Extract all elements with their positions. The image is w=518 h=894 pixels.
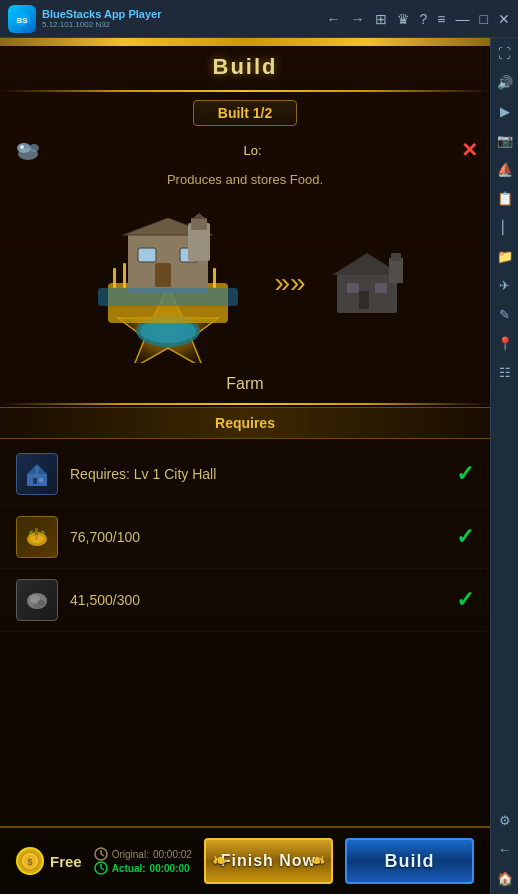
settings-icon[interactable]: ⚙ <box>499 813 511 828</box>
requires-banner: Requires <box>0 407 490 439</box>
layers-icon[interactable]: 📋 <box>497 191 513 206</box>
finish-now-button[interactable]: Finish Now <box>204 838 333 884</box>
req-stone-check: ✓ <box>456 587 474 613</box>
svg-rect-32 <box>347 283 359 293</box>
close-window-icon[interactable]: ✕ <box>498 11 510 27</box>
req-city-hall-check: ✓ <box>456 461 474 487</box>
bluestacks-topbar: BS BlueStacks App Player 5.12.101.1002 N… <box>0 0 518 38</box>
time-section: Original: 00:00:02 Actual: 00:00:00 <box>94 847 192 875</box>
home-icon[interactable]: 🏠 <box>497 871 513 886</box>
gold-divider-mid <box>0 403 490 405</box>
svg-point-4 <box>29 144 39 152</box>
svg-rect-41 <box>35 466 39 476</box>
svg-rect-33 <box>375 283 387 293</box>
svg-line-56 <box>101 854 104 856</box>
svg-rect-28 <box>191 218 207 230</box>
main-building <box>78 203 258 363</box>
page-title: Build <box>213 54 278 80</box>
svg-rect-35 <box>389 258 403 283</box>
coin-icon: $ <box>16 847 44 875</box>
back-sidebar-icon[interactable]: ← <box>498 842 511 857</box>
building-area: »» <box>0 195 490 371</box>
svg-rect-23 <box>138 248 156 262</box>
nav-label: Lo: <box>243 143 261 158</box>
expand-icon[interactable]: ⛶ <box>498 46 511 61</box>
top-decoration <box>0 38 490 46</box>
next-building <box>322 243 412 323</box>
windows-icon[interactable]: ⊞ <box>375 11 387 27</box>
menu-icon[interactable]: ≡ <box>437 11 445 27</box>
close-button[interactable]: ✕ <box>461 138 478 162</box>
free-label: Free <box>50 853 82 870</box>
bs-title-block: BlueStacks App Player 5.12.101.1002 N32 <box>42 8 321 29</box>
stack-icon[interactable]: ☷ <box>499 365 511 380</box>
video-icon[interactable]: ▶ <box>500 104 510 119</box>
svg-rect-50 <box>33 604 41 608</box>
svg-line-59 <box>101 868 104 870</box>
game-header: Build <box>0 46 490 88</box>
built-counter-wrapper: Built 1/2 <box>0 94 490 130</box>
requirement-item: 41,500/300 ✓ <box>0 569 490 632</box>
free-section: $ Free <box>16 847 82 875</box>
req-food-label: 76,700/100 <box>70 529 444 545</box>
svg-point-46 <box>30 535 44 543</box>
svg-rect-26 <box>98 288 238 306</box>
svg-rect-11 <box>123 263 126 288</box>
maximize-icon[interactable]: □ <box>480 11 488 27</box>
forward-icon[interactable]: → <box>351 11 365 27</box>
time-actual-label: Actual: <box>112 863 146 874</box>
req-stone-label: 41,500/300 <box>70 592 444 608</box>
building-description: Produces and stores Food. <box>0 170 490 195</box>
back-icon[interactable]: ← <box>327 11 341 27</box>
next-arrow-icon: »» <box>274 267 305 299</box>
farm-building-image <box>98 213 238 343</box>
timer-icon <box>94 847 108 861</box>
volume-icon[interactable]: 🔊 <box>497 75 513 90</box>
svg-text:$: $ <box>27 857 32 867</box>
svg-rect-20 <box>213 268 216 288</box>
svg-rect-34 <box>359 291 369 309</box>
requirement-item: Requires: Lv 1 City Hall ✓ <box>0 443 490 506</box>
folder-icon[interactable]: 📁 <box>497 249 513 264</box>
bs-logo: BS <box>8 5 36 33</box>
camera-icon[interactable]: 📷 <box>497 133 513 148</box>
gold-divider-top <box>0 90 490 92</box>
city-hall-icon <box>16 453 58 495</box>
help-icon[interactable]: ? <box>420 11 428 27</box>
bottom-bar: $ Free Original: 00:00:02 <box>0 826 490 894</box>
food-icon <box>16 516 58 558</box>
right-sidebar: ⛶ 🔊 ▶ 📷 ⛵ 📋 ⎢ 📁 ✈ ✎ 📍 ☷ ⚙ ← 🏠 <box>490 38 518 894</box>
speedup-icon <box>94 861 108 875</box>
requires-label: Requires <box>215 415 275 431</box>
ship-icon[interactable]: ⛵ <box>497 162 513 177</box>
screenshot-icon[interactable]: ⎢ <box>501 220 508 235</box>
bs-version: 5.12.101.1002 N32 <box>42 20 321 29</box>
svg-point-5 <box>20 145 24 149</box>
building-name: Farm <box>0 371 490 401</box>
bs-app-title: BlueStacks App Player <box>42 8 321 20</box>
nav-row: Lo: ✕ <box>0 130 490 170</box>
svg-rect-10 <box>113 268 116 288</box>
req-city-hall-label: Requires: Lv 1 City Hall <box>70 466 444 482</box>
svg-text:BS: BS <box>16 16 28 25</box>
time-original-label: Original: <box>112 849 149 860</box>
svg-rect-39 <box>33 478 37 484</box>
svg-rect-36 <box>391 253 401 261</box>
bs-nav-icons: ← → ⊞ ♛ ? ≡ — □ ✕ <box>327 11 510 27</box>
airplane-icon[interactable]: ✈ <box>499 278 510 293</box>
pen-icon[interactable]: ✎ <box>499 307 510 322</box>
stone-icon <box>16 579 58 621</box>
requirement-item: 76,700/100 ✓ <box>0 506 490 569</box>
svg-rect-25 <box>155 263 171 287</box>
build-button[interactable]: Build <box>345 838 474 884</box>
svg-rect-40 <box>39 478 43 482</box>
requirements-list: Requires: Lv 1 City Hall ✓ 76,700/100 ✓ <box>0 439 490 636</box>
location-icon[interactable]: 📍 <box>497 336 513 351</box>
svg-marker-29 <box>192 213 206 219</box>
game-window: Build Built 1/2 Lo: ✕ Produces and store… <box>0 38 490 894</box>
svg-point-3 <box>17 143 31 153</box>
time-actual-value: 00:00:00 <box>150 863 190 874</box>
minimize-icon[interactable]: — <box>456 11 470 27</box>
req-food-check: ✓ <box>456 524 474 550</box>
crown-icon[interactable]: ♛ <box>397 11 410 27</box>
